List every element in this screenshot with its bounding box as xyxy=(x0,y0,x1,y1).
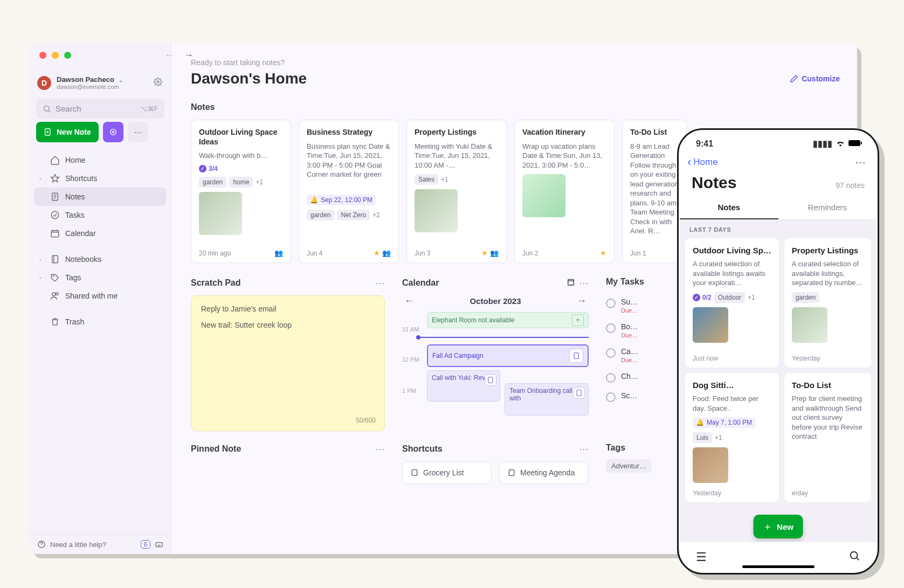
prev-month-icon[interactable]: ← xyxy=(404,295,414,307)
task-checkbox[interactable] xyxy=(606,373,616,383)
note-card[interactable]: Outdoor Living Space Ideas Walk-through … xyxy=(191,120,291,263)
more-create-button[interactable]: ⋯ xyxy=(128,122,148,142)
nav-trash[interactable]: Trash xyxy=(34,313,167,331)
nav-home[interactable]: Home xyxy=(34,151,167,169)
fab-new-button[interactable]: ＋ New xyxy=(753,515,803,538)
note-card[interactable]: Property Listings Meeting with Yuki Date… xyxy=(406,120,507,263)
more-tags[interactable]: +1 xyxy=(256,178,263,186)
new-note-icon xyxy=(44,128,52,136)
keyboard-icon[interactable] xyxy=(155,540,163,549)
now-indicator xyxy=(418,337,589,338)
next-month-icon[interactable]: → xyxy=(577,295,586,307)
new-note-button[interactable]: New Note xyxy=(36,122,99,142)
more-tags[interactable]: +1 xyxy=(748,294,755,301)
shortcut-card[interactable]: Grocery List xyxy=(402,461,492,484)
more-tags[interactable]: +2 xyxy=(372,211,380,219)
customize-button[interactable]: Customize xyxy=(790,74,840,83)
search-input[interactable]: Search ⌥⌘F xyxy=(36,99,164,119)
tag-chip[interactable]: garden xyxy=(792,292,819,303)
tab-notes[interactable]: Notes xyxy=(680,196,778,219)
task-checkbox[interactable] xyxy=(606,348,616,358)
note-thumbnail xyxy=(415,189,458,232)
calendar-event[interactable]: Team Onboarding call with xyxy=(505,383,589,416)
note-link-icon[interactable] xyxy=(573,387,585,399)
tag-chip[interactable]: home xyxy=(229,177,253,188)
list-section-label: LAST 7 DAYS xyxy=(685,220,871,238)
minimize-window-button[interactable] xyxy=(52,52,59,59)
calendar-event[interactable]: Fall Ad Campaign xyxy=(427,344,589,367)
mobile-note-card[interactable]: To-Do List Prep for client meeting and w… xyxy=(784,373,871,502)
search-icon[interactable] xyxy=(848,550,860,565)
task-checkbox[interactable] xyxy=(606,299,616,308)
mobile-notes-list[interactable]: LAST 7 DAYS Outdoor Living Sp… A curated… xyxy=(680,220,877,553)
tag-chip[interactable]: Sales xyxy=(415,174,438,185)
menu-icon[interactable]: ☰ xyxy=(696,550,707,564)
tag-chip[interactable]: Luis xyxy=(693,432,712,443)
widget-menu-icon[interactable]: ⋯ xyxy=(375,443,385,455)
nav-shortcuts[interactable]: › Shortcuts xyxy=(34,169,167,188)
tag-chip[interactable]: garden xyxy=(307,210,334,220)
calendar-today-icon[interactable] xyxy=(567,278,575,286)
scratch-char-count: 50/600 xyxy=(356,417,376,424)
task-text: Su… xyxy=(621,298,638,306)
tag-chip[interactable]: Net Zero xyxy=(337,210,370,220)
help-footer[interactable]: Need a little help? 6 xyxy=(30,534,171,554)
calendar-event[interactable]: Call with Yuki: Review xyxy=(427,370,500,402)
chevron-right-icon[interactable]: › xyxy=(39,275,45,281)
note-icon xyxy=(410,468,419,477)
svg-rect-6 xyxy=(51,231,59,237)
nav-notes[interactable]: Notes xyxy=(34,188,167,206)
scratchpad-textarea[interactable]: Reply to Jamie's email New trail: Sutter… xyxy=(191,295,385,431)
tag-chip[interactable]: Outdoor xyxy=(714,292,745,303)
nav-notebooks[interactable]: › Notebooks xyxy=(34,250,167,268)
gear-icon[interactable] xyxy=(154,78,162,88)
nav-tasks[interactable]: Tasks xyxy=(34,206,167,224)
mobile-note-card[interactable]: Property Listings A curated selection of… xyxy=(784,238,871,368)
note-card[interactable]: Vacation Itinerary Wrap up vacation plan… xyxy=(514,120,615,263)
nav-notebooks-label: Notebooks xyxy=(65,255,101,264)
widget-menu-icon[interactable]: ⋯ xyxy=(375,277,385,289)
task-checkbox[interactable] xyxy=(606,323,616,333)
close-window-button[interactable] xyxy=(39,52,46,59)
mobile-note-card[interactable]: Dog Sitti… Food: Feed twice per day. Spa… xyxy=(685,373,779,502)
back-label: Home xyxy=(693,157,717,168)
more-tags[interactable]: +1 xyxy=(441,176,448,183)
note-link-icon[interactable] xyxy=(569,349,583,363)
ai-assist-button[interactable] xyxy=(103,122,123,142)
nav-calendar[interactable]: Calendar xyxy=(34,224,167,243)
svg-rect-20 xyxy=(848,140,860,146)
task-text: Ch… xyxy=(621,372,638,381)
nav-tags[interactable]: › Tags xyxy=(34,268,167,287)
tag-chip[interactable]: Adventur… xyxy=(606,459,652,473)
profile-menu[interactable]: D Dawson Pacheco ⌄ dawson@evernote.com xyxy=(30,70,171,95)
more-icon[interactable]: ⋯ xyxy=(855,156,866,169)
shortcut-card[interactable]: Meeting Agenda xyxy=(499,461,589,484)
tab-reminders[interactable]: Reminders xyxy=(778,196,877,219)
back-icon[interactable]: ← xyxy=(164,50,174,61)
mobile-note-card[interactable]: Outdoor Living Sp… A curated selection o… xyxy=(685,238,779,368)
widget-menu-icon[interactable]: ⋯ xyxy=(579,443,589,455)
calendar-event[interactable]: Elephant Room not available + xyxy=(427,312,589,328)
chevron-right-icon[interactable]: › xyxy=(39,257,45,262)
event-title: Team Onboarding call with xyxy=(509,387,572,402)
note-card[interactable]: Business Strategy Business plan sync Dat… xyxy=(299,120,399,263)
calendar-timeline[interactable]: 11 AM 12 PM 1 PM Elephant Room not avail… xyxy=(402,312,589,420)
back-button[interactable]: ‹ Home xyxy=(687,155,718,169)
note-date: Yesterday xyxy=(693,489,771,497)
tag-chip[interactable]: garden xyxy=(199,177,226,188)
maximize-window-button[interactable] xyxy=(64,52,71,59)
home-indicator[interactable] xyxy=(742,565,815,568)
customize-label: Customize xyxy=(802,74,840,83)
task-checkbox[interactable] xyxy=(606,392,616,402)
note-link-icon[interactable] xyxy=(485,374,496,386)
nav-trash-label: Trash xyxy=(65,317,84,326)
widget-menu-icon[interactable]: ⋯ xyxy=(579,278,589,288)
chevron-right-icon[interactable]: › xyxy=(39,176,45,182)
notification-count[interactable]: 6 xyxy=(141,540,150,549)
nav-shared[interactable]: Shared with me xyxy=(34,287,167,305)
forward-icon[interactable]: → xyxy=(184,50,194,61)
task-text: Bo… xyxy=(621,322,638,331)
pinned-note-widget: Pinned Note⋯ xyxy=(191,443,385,484)
link-note-icon[interactable]: + xyxy=(572,314,584,326)
more-tags[interactable]: +1 xyxy=(715,434,722,441)
